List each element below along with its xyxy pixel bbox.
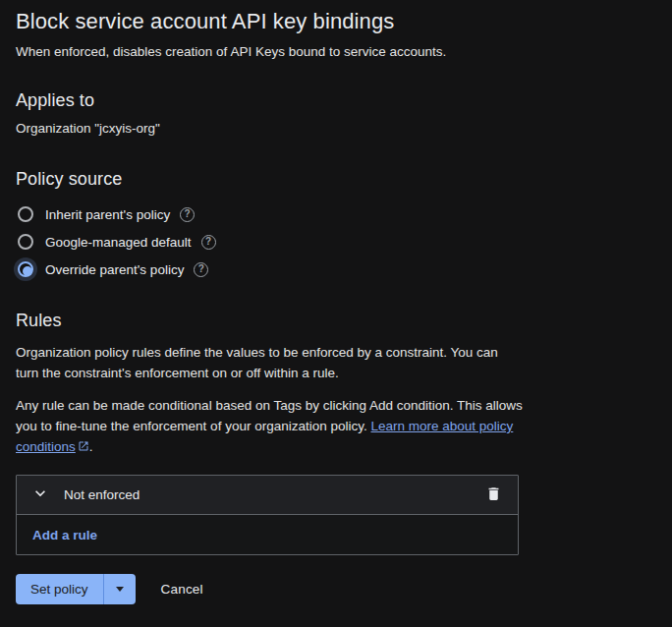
- rules-description-2-suffix: .: [89, 439, 93, 454]
- rules-description-2: Any rule can be made conditional based o…: [16, 395, 523, 458]
- radio-label: Google-managed default: [45, 235, 192, 250]
- external-link-icon: [78, 437, 89, 458]
- help-icon[interactable]: ?: [180, 207, 195, 222]
- help-icon[interactable]: ?: [201, 235, 216, 250]
- cancel-button[interactable]: Cancel: [161, 582, 203, 597]
- page-title: Block service account API key bindings: [16, 8, 656, 35]
- add-rule-row: Add a rule: [17, 515, 518, 554]
- rules-heading: Rules: [16, 309, 656, 332]
- radio-unselected-icon[interactable]: [18, 206, 33, 222]
- chevron-down-icon: [30, 484, 50, 506]
- radio-selected-icon[interactable]: [18, 261, 33, 277]
- set-policy-dropdown-button[interactable]: [104, 574, 136, 604]
- radio-label: Override parent's policy: [45, 262, 184, 277]
- policy-source-heading: Policy source: [16, 167, 656, 191]
- applies-to-value: Organization "jcxyis-org": [16, 120, 656, 138]
- rules-description-1: Organization policy rules define the val…: [16, 342, 523, 383]
- dropdown-arrow-icon: [116, 587, 124, 592]
- radio-label: Inherit parent's policy: [45, 207, 170, 222]
- help-icon[interactable]: ?: [194, 262, 208, 277]
- applies-to-heading: Applies to: [16, 88, 656, 112]
- radio-override-parents-policy[interactable]: Override parent's policy ?: [16, 256, 656, 283]
- footer-actions: Set policy Cancel: [16, 574, 656, 604]
- expand-rule-button[interactable]: [28, 484, 52, 507]
- page-subtitle: When enforced, disables creation of API …: [16, 43, 656, 61]
- rule-card: Not enforced Add a rule: [16, 475, 519, 555]
- trash-icon: [485, 485, 502, 505]
- add-a-rule-link[interactable]: Add a rule: [32, 528, 97, 542]
- set-policy-split-button: Set policy: [16, 574, 136, 604]
- delete-rule-button[interactable]: [480, 483, 506, 508]
- rule-header-row[interactable]: Not enforced: [17, 476, 518, 515]
- set-policy-button[interactable]: Set policy: [16, 574, 103, 604]
- rule-title: Not enforced: [64, 487, 480, 502]
- radio-inherit-parents-policy[interactable]: Inherit parent's policy ?: [16, 200, 656, 228]
- radio-google-managed-default[interactable]: Google-managed default ?: [16, 228, 656, 256]
- policy-source-radio-group: Inherit parent's policy ? Google-managed…: [16, 200, 656, 283]
- radio-unselected-icon[interactable]: [18, 234, 33, 250]
